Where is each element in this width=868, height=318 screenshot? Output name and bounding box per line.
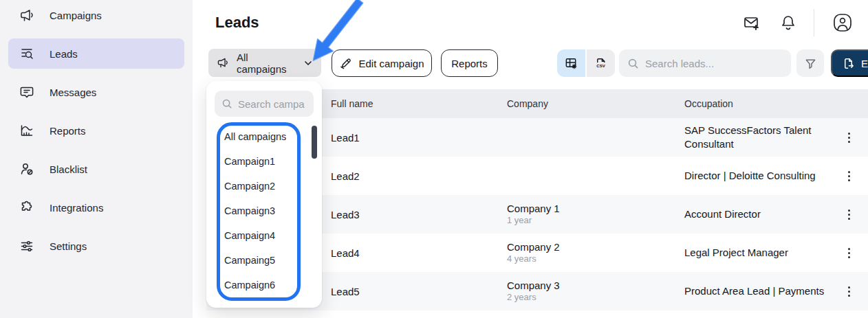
campaign-option[interactable]: Campaign4 — [217, 223, 301, 248]
campaign-search-box[interactable] — [215, 91, 314, 117]
occupation: Account Director — [684, 207, 829, 221]
header-divider — [814, 9, 814, 36]
funnel-icon — [804, 57, 817, 70]
mail-plus-icon[interactable] — [743, 14, 761, 32]
search-leads-box[interactable] — [619, 49, 791, 77]
search-leads-input[interactable] — [645, 58, 783, 69]
edit-campaign-button[interactable]: Edit campaign — [332, 49, 432, 77]
lead-full-name: Lead4 — [331, 247, 507, 259]
company-duration: 1 year — [507, 215, 684, 226]
person-block-icon — [19, 161, 34, 177]
kebab-menu-icon[interactable] — [848, 171, 850, 181]
reports-button[interactable]: Reports — [441, 49, 498, 77]
megaphone-icon — [217, 56, 230, 69]
company-name: Company 2 — [507, 241, 684, 253]
export-label: Export — [861, 58, 868, 69]
dropdown-scrollbar[interactable] — [312, 126, 317, 159]
sidebar-item-integrations[interactable]: Integrations — [8, 192, 184, 223]
search-icon — [627, 58, 639, 69]
campaign-option[interactable]: Campaign3 — [217, 198, 301, 223]
column-header-occupation: Occupation — [684, 98, 829, 109]
company-name: Company 1 — [507, 203, 684, 215]
search-icon — [221, 98, 232, 109]
sidebar-item-messages[interactable]: Messages — [8, 77, 184, 107]
sidebar-item-label: Campaigns — [50, 10, 102, 21]
column-header-company: Company — [507, 98, 684, 109]
campaign-filter-dropdown[interactable]: All campaigns — [208, 49, 321, 77]
company-duration: 4 years — [507, 253, 684, 264]
sliders-icon — [19, 238, 34, 253]
sidebar: CampaignsLeadsMessagesReportsBlacklistIn… — [0, 0, 193, 318]
lead-full-name: Lead1 — [331, 132, 507, 144]
sidebar-item-label: Leads — [50, 48, 78, 60]
csv-export-button[interactable]: CSV — [587, 49, 615, 77]
lead-full-name: Lead5 — [331, 286, 507, 297]
campaign-option[interactable]: Campaing5 — [217, 248, 301, 273]
sidebar-item-campaigns[interactable]: Campaigns — [8, 0, 184, 30]
sidebar-item-label: Messages — [50, 87, 96, 98]
campaign-option[interactable]: All campaigns — [217, 124, 301, 149]
column-header-full-name: Full name — [331, 98, 507, 109]
occupation: SAP SuccessFactors Talent Consultant — [684, 124, 829, 151]
campaign-filter-label: All campaigns — [237, 52, 296, 75]
occupation: Director | Deloitte Consulting — [684, 169, 829, 183]
campaign-option[interactable]: Campaign6 — [217, 273, 301, 297]
sidebar-item-label: Reports — [50, 125, 86, 137]
sidebar-item-reports[interactable]: Reports — [8, 115, 184, 146]
sidebar-item-label: Integrations — [50, 202, 103, 214]
export-file-icon — [842, 57, 855, 70]
lead-full-name: Lead3 — [331, 209, 507, 220]
edit-campaign-label: Edit campaign — [358, 58, 424, 69]
sidebar-item-blacklist[interactable]: Blacklist — [8, 154, 184, 184]
chevron-down-icon — [303, 58, 313, 68]
account-icon[interactable] — [832, 12, 853, 33]
csv-file-icon: CSV — [594, 56, 608, 71]
kebab-menu-icon[interactable] — [848, 248, 850, 258]
lead-search-icon — [19, 46, 34, 61]
occupation: Legal Project Manager — [684, 246, 829, 260]
message-icon — [19, 84, 34, 100]
campaign-list: All campaignsCampaign1Campaign2Campaign3… — [217, 124, 301, 297]
filter-button[interactable] — [796, 49, 824, 77]
reports-button-label: Reports — [451, 58, 488, 69]
company-name: Company 3 — [507, 280, 684, 292]
sidebar-item-settings[interactable]: Settings — [8, 231, 184, 261]
page-title: Leads — [215, 14, 259, 32]
lead-full-name: Lead2 — [331, 170, 507, 182]
table-view-settings-button[interactable] — [557, 49, 585, 77]
kebab-menu-icon[interactable] — [848, 209, 850, 220]
kebab-menu-icon[interactable] — [848, 133, 850, 143]
campaign-option[interactable]: Campaign1 — [217, 149, 301, 174]
sidebar-item-label: Settings — [50, 240, 87, 252]
edit-pencil-icon — [339, 57, 352, 70]
campaign-search-input[interactable] — [238, 98, 307, 110]
sidebar-item-label: Blacklist — [50, 163, 87, 175]
bell-icon[interactable] — [779, 14, 797, 32]
svg-text:CSV: CSV — [596, 63, 605, 68]
company-duration: 2 years — [507, 292, 684, 303]
chart-icon — [19, 123, 34, 138]
export-button[interactable]: Export — [831, 49, 868, 77]
campaign-dropdown-panel: All campaignsCampaign1Campaign2Campaign3… — [206, 81, 322, 308]
occupation: Product Area Lead | Payments — [684, 284, 829, 298]
megaphone-icon — [19, 8, 34, 23]
sidebar-item-leads[interactable]: Leads — [8, 38, 184, 69]
puzzle-icon — [19, 200, 34, 215]
kebab-menu-icon[interactable] — [848, 286, 850, 297]
leads-app: { "sidebar": { "items": [ { "label": "Ca… — [0, 0, 868, 318]
campaign-option[interactable]: Campaign2 — [217, 174, 301, 198]
table-settings-icon — [564, 56, 578, 71]
